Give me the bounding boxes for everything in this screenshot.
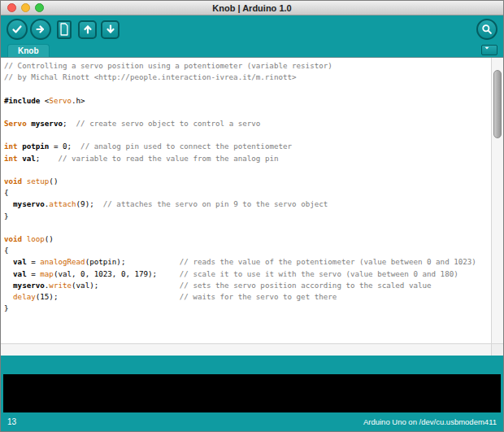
tabs: Knob (7, 43, 50, 57)
code-line (4, 83, 491, 94)
code-line: } (4, 211, 491, 222)
verify-button[interactable] (7, 19, 28, 40)
traffic-lights (7, 1, 44, 15)
new-sketch-button[interactable] (57, 20, 72, 39)
document-icon (59, 22, 70, 37)
code-line (4, 164, 491, 176)
arrow-down-icon (104, 23, 117, 36)
save-button[interactable] (101, 20, 119, 39)
code-line: #include <Servo.h> (4, 95, 491, 107)
code-line: myservo.write(val); // sets the servo po… (4, 280, 491, 291)
scrollbar-corner (491, 343, 503, 356)
console-output (3, 374, 501, 412)
toolbar (1, 15, 503, 43)
code-line: int val; // variable to read the value f… (4, 153, 491, 164)
vertical-scrollbar-thumb[interactable] (493, 70, 502, 138)
close-button[interactable] (7, 3, 16, 12)
code-area[interactable]: // Controlling a servo position using a … (1, 58, 491, 343)
check-icon (11, 23, 24, 36)
code-line: delay(15); // waits for the servo to get… (4, 291, 491, 303)
toolbar-left (7, 19, 120, 40)
code-line: Servo myservo; // create servo object to… (4, 118, 491, 129)
code-line: { (4, 187, 491, 199)
tab-knob[interactable]: Knob (7, 44, 50, 57)
code-line (4, 222, 491, 233)
tab-menu-button[interactable] (481, 45, 497, 55)
horizontal-scrollbar[interactable] (1, 343, 491, 356)
arrow-right-icon (34, 23, 47, 36)
arrow-up-icon (81, 23, 94, 36)
arduino-window: Knob | Arduino 1.0 Knob // Controlling a… (0, 0, 504, 432)
toolbar-right (476, 19, 497, 40)
serial-monitor-button[interactable] (476, 19, 497, 40)
zoom-button[interactable] (35, 3, 44, 12)
board-port-label: Arduino Uno on /dev/cu.usbmodem411 (363, 417, 497, 426)
chevron-down-icon (483, 44, 496, 57)
minimize-button[interactable] (21, 3, 30, 12)
code-line: void loop() (4, 233, 491, 245)
code-line: // Controlling a servo position using a … (4, 60, 491, 72)
vertical-scrollbar[interactable] (491, 58, 503, 343)
code-line: { (4, 245, 491, 256)
code-line: myservo.attach(9); // attaches the servo… (4, 199, 491, 210)
line-number-indicator: 13 (7, 417, 16, 426)
status-message-strip (1, 356, 503, 374)
code-line: void setup() (4, 176, 491, 187)
code-line: val = analogRead(potpin); // reads the v… (4, 256, 491, 268)
status-bar: 13 Arduino Uno on /dev/cu.usbmodem411 (1, 412, 503, 431)
upload-button[interactable] (30, 19, 51, 40)
open-button[interactable] (78, 20, 97, 39)
code-line: } (4, 303, 491, 314)
magnifier-icon (480, 23, 493, 36)
tab-bar: Knob (1, 43, 503, 57)
code-editor: // Controlling a servo position using a … (1, 57, 503, 356)
code-line (4, 129, 491, 141)
code-line: int potpin = 0; // analog pin used to co… (4, 141, 491, 152)
code-line: val = map(val, 0, 1023, 0, 179); // scal… (4, 268, 491, 280)
window-title: Knob | Arduino 1.0 (212, 3, 291, 13)
code-line: // by Michal Rinott <http://people.inter… (4, 72, 491, 83)
titlebar: Knob | Arduino 1.0 (1, 1, 503, 15)
code-line (4, 107, 491, 118)
